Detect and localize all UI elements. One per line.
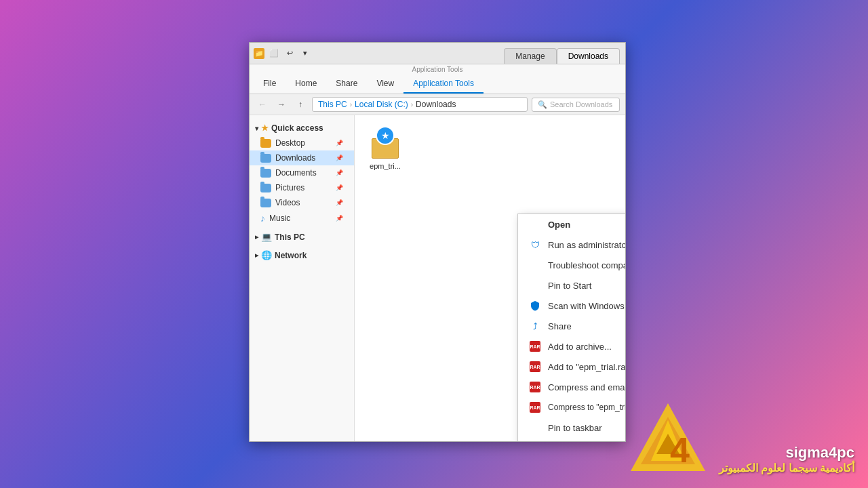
ctx-item-compress-email[interactable]: RAR Compress and email... xyxy=(518,377,625,397)
rar-icon4: RAR xyxy=(530,402,540,413)
forward-button[interactable]: → xyxy=(274,97,289,112)
network-icon: 🌐 xyxy=(261,250,272,260)
ctx-item-pin-taskbar[interactable]: Pin to taskbar xyxy=(518,418,625,438)
videos-pin: 📌 xyxy=(336,199,343,206)
breadcrumb-sep1: › xyxy=(350,101,352,108)
sidebar-item-documents-label: Documents xyxy=(275,168,317,178)
ctx-item-pin-start[interactable]: Pin to Start xyxy=(518,275,625,296)
ctx-pin-taskbar-label: Pin to taskbar xyxy=(548,423,602,433)
sidebar-section-thispc[interactable]: ▸ 💻 This PC xyxy=(250,229,354,245)
desktop-pin: 📌 xyxy=(336,140,343,146)
file-item-epm[interactable]: ★ epm_tri... xyxy=(361,122,409,175)
ribbon: Application Tools File Home Share View A… xyxy=(250,64,625,94)
ctx-defender-icon xyxy=(529,300,541,312)
breadcrumb-localdisk[interactable]: Local Disk (C:) xyxy=(355,100,408,109)
sidebar-item-downloads-label: Downloads xyxy=(275,153,315,163)
more-toolbar-btn[interactable]: ▾ xyxy=(298,47,312,60)
network-label: Network xyxy=(275,251,307,260)
breadcrumb-sep2: › xyxy=(411,101,413,108)
ribbon-tab-share[interactable]: Share xyxy=(326,75,367,94)
sidebar-item-documents[interactable]: Documents 📌 xyxy=(250,165,354,180)
ctx-item-add-epm-rar[interactable]: RAR Add to "epm_trial.rar" xyxy=(518,357,625,377)
explorer-window: 📁 ⬜ ↩ ▾ Manage Downloads Application Too… xyxy=(249,42,626,442)
ctx-troubleshoot-icon xyxy=(529,259,541,271)
quick-access-toolbar: ⬜ ↩ ▾ xyxy=(267,47,312,60)
ctx-troubleshoot-label: Troubleshoot compatibility xyxy=(548,260,625,270)
search-bar[interactable]: 🔍 Search Downloads xyxy=(532,98,620,112)
ctx-item-open[interactable]: Open xyxy=(518,214,625,235)
ctx-run-admin-label: Run as administrator xyxy=(548,240,625,250)
undo-toolbar-btn[interactable]: ↩ xyxy=(283,47,296,60)
ctx-scan-defender-label: Scan with Windows Defender... xyxy=(548,301,625,311)
back-button[interactable]: ← xyxy=(255,97,270,112)
ctx-add-archive-icon: RAR xyxy=(529,340,541,352)
up-button[interactable]: ↑ xyxy=(293,97,308,112)
ribbon-tabs: File Home Share View Application Tools xyxy=(250,75,625,94)
ctx-item-troubleshoot[interactable]: Troubleshoot compatibility xyxy=(518,255,625,275)
ctx-share-icon: ⤴ xyxy=(529,320,541,332)
pictures-pin: 📌 xyxy=(336,184,343,191)
context-menu: Open 🛡 Run as administrator Troubleshoot… xyxy=(517,214,625,441)
sidebar-item-music[interactable]: ♪ Music 📌 xyxy=(250,210,354,226)
ctx-compress-email-rar-label: Compress to "epm_trial.rar" and email xyxy=(548,403,625,412)
app-tools-label: Application Tools xyxy=(250,64,625,75)
rar-icon: RAR xyxy=(530,341,540,352)
sidebar-item-pictures[interactable]: Pictures 📌 xyxy=(250,180,354,195)
address-bar: ← → ↑ This PC › Local Disk (C:) › Downlo… xyxy=(250,94,625,115)
videos-folder-icon xyxy=(260,199,271,207)
quick-access-chevron: ▾ xyxy=(255,125,258,132)
ctx-item-add-archive[interactable]: RAR Add to archive... xyxy=(518,336,625,357)
ctx-compress-email-icon: RAR xyxy=(529,381,541,393)
documents-pin: 📌 xyxy=(336,169,343,176)
downloads-pin: 📌 xyxy=(336,155,343,161)
rar-icon3: RAR xyxy=(530,382,540,392)
title-bar-tabs: Manage Downloads xyxy=(504,43,625,64)
ctx-item-restore-versions[interactable]: Restore previous versions xyxy=(518,438,625,441)
ctx-item-scan-defender[interactable]: Scan with Windows Defender... xyxy=(518,296,625,316)
thispc-chevron: ▸ xyxy=(255,233,258,241)
ctx-item-run-admin[interactable]: 🛡 Run as administrator xyxy=(518,235,625,255)
ribbon-tab-app-tools[interactable]: Application Tools xyxy=(403,75,484,94)
file-icon-epm: ★ xyxy=(369,126,401,159)
sidebar-section-quick-access[interactable]: ▾ ★ Quick access xyxy=(250,121,354,136)
sidebar-item-downloads[interactable]: Downloads 📌 xyxy=(250,150,354,165)
ctx-open-icon xyxy=(529,218,541,230)
sidebar-item-videos[interactable]: Videos 📌 xyxy=(250,195,354,210)
ribbon-tab-view[interactable]: View xyxy=(367,75,403,94)
properties-toolbar-btn[interactable]: ⬜ xyxy=(267,47,281,60)
sidebar-item-music-label: Music xyxy=(269,214,290,223)
sidebar: ▾ ★ Quick access Desktop 📌 Downloads 📌 D… xyxy=(250,115,355,441)
downloads-folder-icon xyxy=(260,154,271,163)
quick-access-label: Quick access xyxy=(271,123,323,133)
pictures-folder-icon xyxy=(260,184,271,192)
sidebar-item-desktop-label: Desktop xyxy=(275,138,305,148)
tab-downloads[interactable]: Downloads xyxy=(557,48,620,64)
title-bar: 📁 ⬜ ↩ ▾ Manage Downloads xyxy=(250,43,625,64)
ctx-pin-start-icon xyxy=(529,279,541,291)
sidebar-item-desktop[interactable]: Desktop 📌 xyxy=(250,136,354,150)
ctx-run-admin-icon: 🛡 xyxy=(529,239,541,251)
folder-title-icon: 📁 xyxy=(254,48,264,59)
search-icon: 🔍 xyxy=(538,100,547,109)
ctx-item-compress-email-rar[interactable]: RAR Compress to "epm_trial.rar" and emai… xyxy=(518,397,625,418)
music-icon: ♪ xyxy=(260,213,265,224)
breadcrumb-thispc[interactable]: This PC xyxy=(318,100,347,109)
ribbon-tab-file[interactable]: File xyxy=(254,75,285,94)
ctx-share-label: Share xyxy=(548,321,572,331)
ctx-item-share[interactable]: ⤴ Share xyxy=(518,316,625,336)
breadcrumb[interactable]: This PC › Local Disk (C:) › Downloads xyxy=(312,97,528,112)
ctx-pin-taskbar-icon xyxy=(529,422,541,434)
ribbon-tab-home[interactable]: Home xyxy=(285,75,326,94)
title-bar-left: 📁 ⬜ ↩ ▾ xyxy=(250,43,316,64)
network-chevron: ▸ xyxy=(255,251,258,259)
sidebar-item-pictures-label: Pictures xyxy=(275,183,304,192)
ctx-compress-email-rar-icon: RAR xyxy=(529,401,541,413)
breadcrumb-downloads: Downloads xyxy=(416,100,456,109)
ctx-open-label: Open xyxy=(548,220,570,230)
sigma-text: sigma4pc أكاديمية سيجما لعلوم الكمبيوتر xyxy=(719,444,854,474)
sidebar-section-network[interactable]: ▸ 🌐 Network xyxy=(250,247,354,263)
quick-access-star: ★ xyxy=(261,123,269,133)
tab-manage[interactable]: Manage xyxy=(504,48,556,64)
ctx-pin-start-label: Pin to Start xyxy=(548,281,591,291)
main-area: ▾ ★ Quick access Desktop 📌 Downloads 📌 D… xyxy=(250,115,625,441)
